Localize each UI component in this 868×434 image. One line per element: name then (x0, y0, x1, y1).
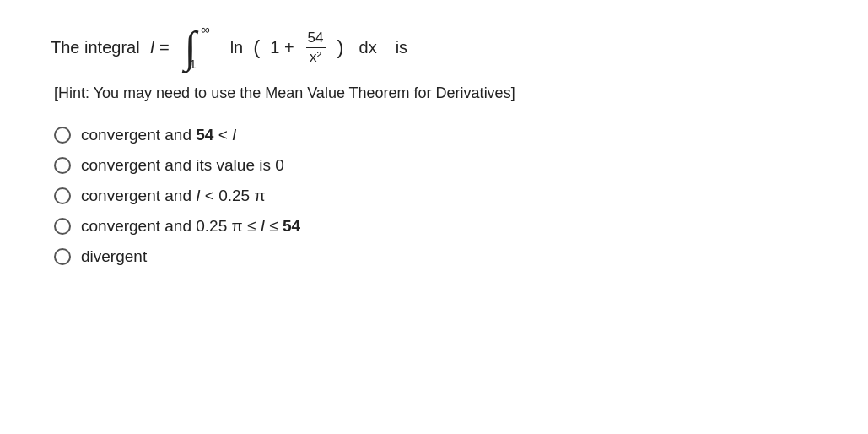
radio-3[interactable] (54, 187, 71, 204)
addend-text: 1 + (270, 38, 294, 57)
paren-close: ) (337, 35, 344, 59)
option-3-text: convergent and I < 0.25 π (81, 187, 266, 205)
option-2[interactable]: convergent and its value is 0 (54, 156, 817, 175)
radio-1[interactable] (54, 127, 71, 144)
ln-text: ln (230, 38, 244, 57)
option-1[interactable]: convergent and 54 < I (54, 126, 817, 144)
integral-label: The integral (51, 38, 140, 57)
option-4[interactable]: convergent and 0.25 π ≤ I ≤ 54 (54, 217, 817, 236)
integral-symbol-wrapper: ∫ ∞ 1 (184, 25, 196, 69)
radio-5[interactable] (54, 248, 71, 265)
option-4-text: convergent and 0.25 π ≤ I ≤ 54 (81, 217, 300, 236)
fraction-numerator: 54 (306, 30, 326, 48)
option-3[interactable]: convergent and I < 0.25 π (54, 187, 817, 205)
option-5[interactable]: divergent (54, 247, 817, 266)
options-section: convergent and 54 < I convergent and its… (54, 126, 817, 266)
hint-text: [Hint: You may need to use the Mean Valu… (54, 84, 515, 101)
option-5-text: divergent (81, 247, 147, 266)
hint-section: [Hint: You may need to use the Mean Valu… (54, 84, 817, 102)
radio-2[interactable] (54, 157, 71, 174)
paren-open: ( (253, 35, 260, 59)
integral-upper-limit: ∞ (201, 22, 210, 36)
fraction-denominator: x² (308, 48, 323, 66)
is-text: is (396, 38, 407, 57)
variable-label: I = (150, 38, 170, 57)
option-2-text: convergent and its value is 0 (81, 156, 284, 175)
integral-lower-limit: 1 (189, 57, 196, 71)
dx-text: dx (359, 38, 377, 57)
option-1-text: convergent and 54 < I (81, 126, 236, 144)
radio-4[interactable] (54, 218, 71, 235)
fraction: 54 x² (306, 30, 326, 66)
problem-section: The integral I = ∫ ∞ 1 ln ( 1 + 54 x² ) … (51, 25, 817, 69)
